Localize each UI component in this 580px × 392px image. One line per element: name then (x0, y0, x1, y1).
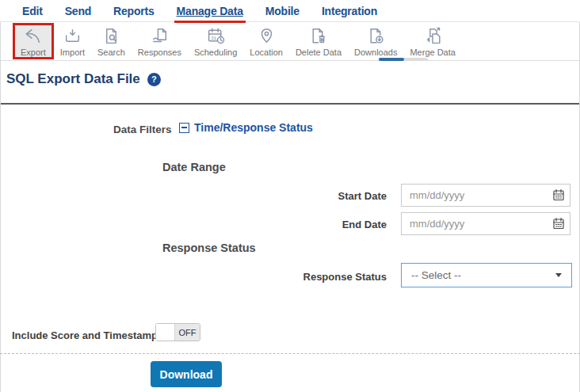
end-date-input[interactable] (401, 212, 570, 235)
menu-item-manage-data[interactable]: Manage Data (177, 5, 243, 17)
toolbar-scrollbar-track[interactable] (379, 58, 428, 61)
download-button[interactable]: Download (151, 361, 222, 387)
response-status-select[interactable]: -- Select -- (401, 263, 572, 287)
start-date-label: Start Date (290, 190, 387, 202)
start-date-calendar-icon[interactable] (552, 188, 565, 201)
import-icon (63, 26, 82, 46)
toolbar-item-import[interactable]: Import (54, 25, 91, 59)
start-date-input[interactable] (401, 184, 570, 207)
main-menubar: Edit Send Reports Manage Data Mobile Int… (0, 0, 580, 22)
location-icon (257, 26, 277, 46)
toolbar-item-search[interactable]: Search (91, 25, 132, 59)
toolbar-item-responses[interactable]: Responses (132, 25, 188, 59)
end-date-calendar-icon[interactable] (552, 217, 565, 230)
include-score-toggle[interactable]: OFF (155, 323, 200, 341)
svg-text:31: 31 (211, 34, 216, 40)
toggle-state-label: OFF (175, 324, 200, 341)
page-header: SQL Export Data File ? (0, 61, 580, 87)
footer-dashed-divider (0, 353, 580, 354)
annotation-red-underline (174, 21, 246, 23)
downloads-icon (366, 26, 386, 46)
manage-data-toolbar: Export Import Search Responses 31 Schedu… (0, 22, 580, 61)
toolbar-item-scheduling[interactable]: 31 Scheduling (188, 25, 243, 59)
menu-item-send[interactable]: Send (65, 5, 91, 17)
panel-left-border (0, 22, 1, 392)
help-icon[interactable]: ? (147, 73, 161, 86)
toolbar-item-merge-data[interactable]: Merge Data (403, 25, 461, 59)
export-icon (23, 26, 43, 46)
menu-item-integration[interactable]: Integration (322, 5, 377, 17)
data-filters-label: Data Filters (113, 124, 172, 135)
chevron-down-icon (555, 273, 562, 277)
time-response-status-toggle[interactable]: Time/Response Status (179, 121, 313, 134)
toolbar-item-delete-data[interactable]: Delete Data (289, 25, 348, 59)
toolbar-item-downloads[interactable]: Downloads (348, 25, 403, 59)
menu-item-mobile[interactable]: Mobile (265, 5, 300, 17)
response-status-selected-value: -- Select -- (411, 269, 461, 281)
menu-item-edit[interactable]: Edit (22, 5, 43, 17)
menu-item-reports[interactable]: Reports (113, 5, 155, 17)
include-score-label: Include Score and Timestamp (12, 329, 158, 341)
response-status-header: Response Status (162, 242, 256, 254)
toggle-knob (156, 324, 175, 341)
date-range-header: Date Range (162, 161, 226, 173)
toolbar-item-export[interactable]: Export (13, 23, 54, 59)
page-title: SQL Export Data File (6, 71, 140, 87)
time-response-status-label: Time/Response Status (194, 121, 313, 134)
sql-export-page: Edit Send Reports Manage Data Mobile Int… (0, 0, 580, 392)
collapse-minus-icon[interactable] (179, 123, 189, 133)
end-date-field-wrap (401, 212, 570, 235)
start-date-field-wrap (401, 184, 570, 207)
scheduling-icon: 31 (206, 26, 226, 46)
toolbar-scrollbar-thumb[interactable] (379, 58, 404, 61)
search-icon (101, 26, 121, 46)
end-date-label: End Date (290, 219, 387, 230)
header-divider (0, 103, 580, 105)
delete-data-icon (308, 26, 328, 46)
response-status-label: Response Status (290, 271, 387, 283)
toolbar-item-location[interactable]: Location (243, 25, 289, 59)
responses-icon (150, 26, 170, 46)
merge-data-icon (423, 26, 443, 46)
